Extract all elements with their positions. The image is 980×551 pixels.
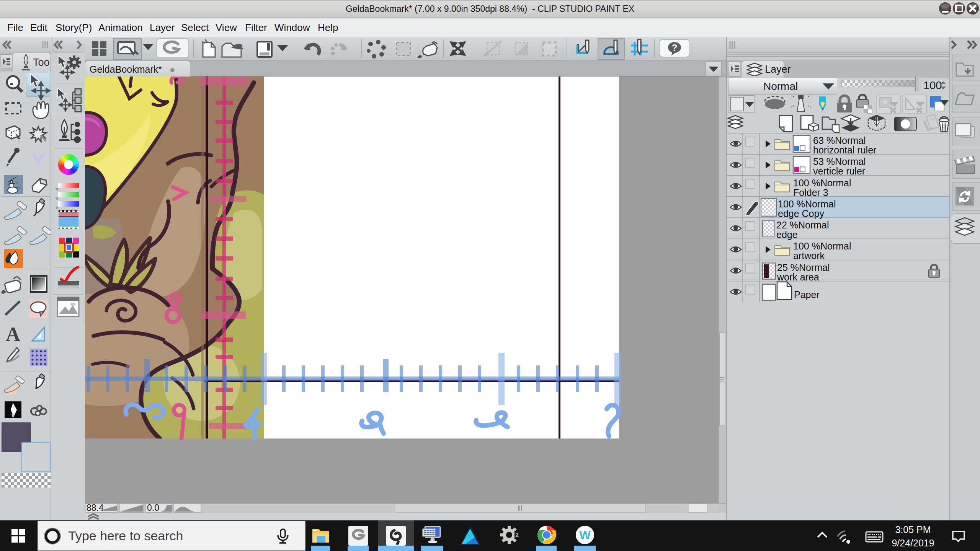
- svg-text:horizontal ruler: horizontal ruler: [813, 145, 876, 155]
- svg-text:?: ?: [672, 42, 678, 53]
- svg-text:100 %Normal: 100 %Normal: [793, 178, 851, 188]
- svg-text:100 %Normal: 100 %Normal: [793, 241, 851, 251]
- svg-text:100 %Normal: 100 %Normal: [778, 199, 836, 209]
- svg-text:25 %Normal: 25 %Normal: [777, 262, 830, 273]
- svg-text:artwork: artwork: [793, 250, 825, 261]
- svg-text:edge Copy: edge Copy: [778, 208, 824, 219]
- svg-text:A: A: [6, 323, 20, 345]
- svg-text:work area: work area: [777, 272, 819, 282]
- svg-text:88.4: 88.4: [87, 503, 104, 513]
- svg-text:W: W: [579, 528, 591, 542]
- svg-text:53 %Normal: 53 %Normal: [813, 156, 866, 167]
- svg-text:Folder 3: Folder 3: [793, 187, 828, 198]
- svg-text:63 %Normal: 63 %Normal: [813, 135, 866, 146]
- svg-text:verticle ruler: verticle ruler: [813, 166, 865, 176]
- svg-text:0.0: 0.0: [147, 503, 159, 513]
- svg-text:Paper: Paper: [794, 289, 820, 300]
- svg-text:2: 2: [515, 532, 519, 538]
- svg-text:22 %Normal: 22 %Normal: [776, 220, 829, 230]
- svg-text:edge: edge: [776, 229, 798, 240]
